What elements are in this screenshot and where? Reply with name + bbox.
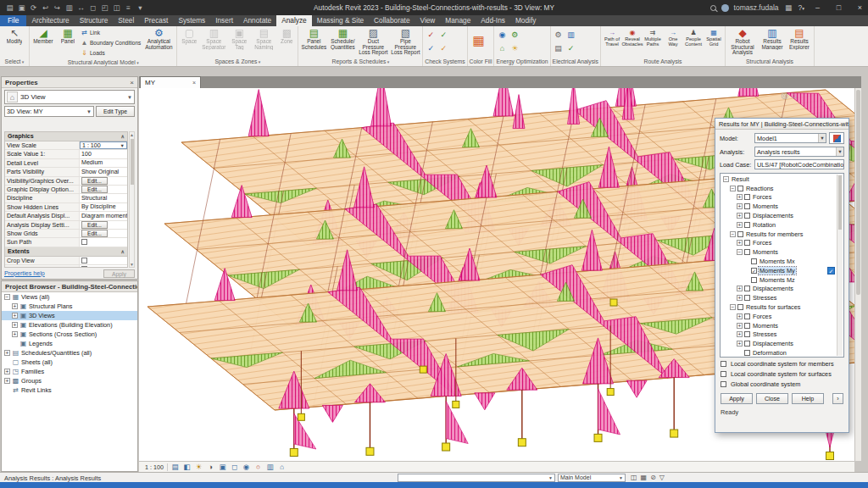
checkbox[interactable] — [744, 194, 750, 200]
checkbox[interactable] — [744, 249, 750, 255]
ribbon-button-analytical-automation[interactable]: ⚙Analytical Automation — [142, 27, 175, 50]
ribbon-button-people-content[interactable]: ♟People Content — [684, 27, 703, 47]
minimize-button[interactable]: – — [810, 0, 826, 15]
ribbon-tab-analyze[interactable]: Analyze — [276, 15, 312, 26]
ribbon-button-panel[interactable]: ▦Panel — [57, 27, 79, 45]
crop-region-icon[interactable]: ◻ — [230, 463, 239, 471]
expand-icon[interactable]: + — [4, 378, 10, 384]
property-value[interactable]: Edit... — [80, 186, 127, 193]
expand-icon[interactable]: + — [12, 303, 18, 309]
browser-item-schedules-quantities-all[interactable]: +▤Schedules/Quantities (all) — [2, 348, 137, 358]
result-item-rotation[interactable]: +Rotation — [721, 220, 836, 230]
create-energy-model-button[interactable]: ⌂ — [496, 42, 508, 55]
panel-label-structural-analytical-model[interactable]: Structural Analytical Model ▾ — [31, 58, 175, 67]
apply-button[interactable]: Apply — [721, 393, 753, 404]
temporary-hide-isolate-icon[interactable]: ◉ — [242, 463, 251, 471]
result-item-forces[interactable]: +Forces — [721, 239, 836, 248]
ribbon-tab-collaborate[interactable]: Collaborate — [369, 15, 415, 26]
checkbox[interactable] — [81, 258, 87, 263]
property-value[interactable]: Show Original — [80, 168, 127, 175]
ribbon-tab-manage[interactable]: Manage — [440, 15, 476, 26]
result-item-forces[interactable]: +Forces — [721, 312, 836, 321]
analysis-select[interactable]: Analysis results ▼ — [754, 147, 844, 157]
reveal-hidden-icon[interactable]: ○ — [253, 463, 263, 471]
ribbon-button-multiple-paths[interactable]: ⇉Multiple Paths — [643, 27, 662, 47]
checkbox[interactable] — [744, 213, 750, 219]
property-value[interactable]: Structural — [80, 194, 127, 202]
save-icon[interactable]: ▣ — [17, 3, 26, 13]
view-tab-my[interactable]: MY × — [140, 76, 201, 88]
account-name[interactable]: tomasz.fudala — [734, 3, 779, 12]
property-value[interactable]: 100 — [80, 150, 127, 158]
checkbox[interactable] — [81, 266, 87, 268]
crop-view-icon[interactable]: ▣ — [218, 463, 227, 471]
option-global-coordinate-system[interactable]: Global coordinate system — [721, 380, 843, 388]
energy-settings-button[interactable]: ⚙ — [509, 29, 520, 42]
checkbox[interactable] — [744, 323, 750, 329]
result-item-results-for-surfaces[interactable]: −Results for surfaces — [721, 302, 836, 312]
result-item-result[interactable]: −Result — [721, 175, 836, 184]
collapse-icon[interactable]: − — [723, 176, 729, 182]
checkbox[interactable] — [744, 286, 750, 291]
ribbon-tab-architecture[interactable]: Architecture — [26, 15, 74, 26]
option-local-coordinate-system-for-surfaces[interactable]: Local coordinate system for surfaces — [721, 370, 843, 378]
editable-only-icon[interactable]: ◫ — [631, 474, 637, 481]
tag-icon[interactable]: ◻ — [88, 3, 97, 13]
property-value[interactable]: Diagram moments — [80, 212, 127, 219]
browser-item-structural-plans[interactable]: +▣Structural Plans — [2, 302, 137, 311]
checkbox[interactable] — [744, 331, 750, 337]
property-value[interactable]: Medium — [80, 159, 127, 167]
browser-item-groups[interactable]: +▩Groups — [2, 376, 137, 385]
checkbox[interactable] — [744, 341, 750, 347]
checkbox[interactable] — [751, 277, 757, 283]
scroll-up-icon[interactable]: ▲ — [130, 132, 134, 137]
ribbon-button-reveal-obstacles[interactable]: ◉Reveal Obstacles — [623, 27, 642, 47]
expand-icon[interactable]: + — [4, 350, 10, 356]
ribbon-tab-modify[interactable]: Modify — [510, 15, 541, 26]
result-item-stresses[interactable]: +Stresses — [721, 293, 836, 302]
edit-button[interactable]: Edit... — [81, 230, 108, 237]
properties-help-link[interactable]: Properties help — [4, 270, 45, 277]
redo-icon[interactable]: ↪ — [53, 3, 62, 13]
option-local-coordinate-system-for-members[interactable]: Local coordinate system for members — [721, 360, 843, 368]
result-item-moments-mx[interactable]: Moments Mx — [721, 257, 836, 266]
ribbon-button-results-explorer[interactable]: ▤Results Explorer — [787, 27, 812, 50]
edit-button[interactable]: Edit... — [81, 186, 108, 193]
result-item-forces[interactable]: +Forces — [721, 193, 836, 202]
collapse-icon[interactable]: − — [730, 304, 736, 310]
customize-qat-icon[interactable]: ▾ — [136, 3, 145, 13]
detail-level-icon[interactable]: ▤ — [170, 463, 180, 471]
open-icon[interactable]: ▤ — [5, 3, 14, 13]
expand-icon[interactable]: + — [737, 203, 743, 209]
sync-with-central-icon[interactable]: ⟳ — [29, 3, 38, 13]
close-view-icon[interactable]: × — [192, 80, 196, 86]
ribbon-tab-add-ins[interactable]: Add-Ins — [476, 15, 510, 26]
ribbon-button-schedule-quantities[interactable]: ▦Schedule/ Quantities — [329, 27, 356, 50]
result-item-moments[interactable]: +Moments — [721, 202, 836, 211]
expand-icon[interactable]: + — [737, 295, 743, 301]
edit-button[interactable]: Edit... — [81, 221, 108, 229]
expand-icon[interactable]: + — [737, 222, 743, 228]
panel-label-select[interactable]: Select ▾ — [2, 57, 27, 66]
scrollbar-thumb[interactable] — [131, 139, 134, 185]
properties-scrollbar[interactable]: ▲ ▼ — [129, 131, 135, 268]
browser-item-elevations-building-elevation[interactable]: +▣Elevations (Building Elevation) — [2, 320, 137, 330]
expand-icon[interactable]: + — [12, 331, 18, 337]
scroll-down-icon[interactable]: ▼ — [130, 262, 134, 267]
scrollbar-thumb[interactable] — [838, 175, 842, 230]
section-icon[interactable]: ◫ — [112, 3, 121, 13]
result-item-displacements[interactable]: +Displacements — [721, 339, 836, 348]
expand-icon[interactable]: + — [737, 331, 743, 337]
checkbox[interactable] — [744, 222, 750, 228]
ribbon-button-results-manager[interactable]: ▥Results Manager — [760, 27, 785, 50]
result-item-stresses[interactable]: +Stresses — [721, 330, 836, 340]
checkbox[interactable] — [751, 258, 757, 264]
ribbon-button-pipe-pressure-loss-report[interactable]: ▧Pipe Pressure Loss Report — [390, 27, 420, 56]
ribbon-button-spatial-grid[interactable]: ▦Spatial Grid — [704, 27, 723, 47]
checkbox[interactable] — [744, 350, 750, 356]
browser-item-legends[interactable]: ▣Legends — [2, 339, 137, 348]
dialog-titlebar[interactable]: Results for MY | Building-Steel-Connecti… — [715, 119, 849, 130]
expand-icon[interactable]: + — [737, 341, 743, 347]
optimize-button[interactable]: ☀ — [509, 42, 520, 55]
expand-icon[interactable]: + — [737, 313, 743, 319]
